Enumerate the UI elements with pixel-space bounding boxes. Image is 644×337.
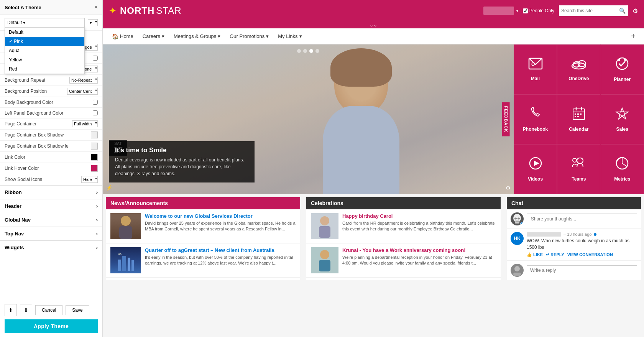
hero-tiles-section: SAT 17 It's time to Smile Dental coverag… — [103, 44, 644, 194]
download-button[interactable]: ⬇ — [20, 304, 32, 316]
news-item-2: 45 Quarter off to agGreat start – New cl… — [106, 243, 300, 278]
tile-planner[interactable]: Planner — [601, 44, 644, 94]
news-headline-2[interactable]: Quarter off to agGreat start – New clien… — [145, 247, 296, 253]
tile-planner-label: Planner — [614, 77, 631, 82]
apply-theme-button[interactable]: Apply Theme — [5, 319, 98, 333]
tile-metrics[interactable]: Metrics — [601, 144, 644, 194]
theme-panel: Select A Theme × Default ▾ Default ✓ Pin… — [0, 0, 103, 337]
tile-mail-label: Mail — [531, 76, 540, 81]
ribbon-section[interactable]: Ribbon › — [0, 185, 102, 199]
search-icon[interactable]: 🔍 — [619, 8, 626, 14]
nav-home[interactable]: 🏠 Home — [107, 28, 138, 44]
link-hover-color-label: Link Hover Color — [5, 166, 91, 171]
svg-text:O: O — [531, 62, 535, 67]
tile-calendar[interactable]: Calendar — [557, 94, 600, 144]
hero-controls[interactable]: ⚡ — [106, 185, 112, 191]
hero-dot-3[interactable] — [309, 49, 313, 53]
tile-onedrive[interactable]: OneDrive — [557, 44, 600, 94]
top-nav-section[interactable]: Top Nav › — [0, 227, 102, 240]
tile-sales[interactable]: Sales — [601, 94, 644, 144]
svg-rect-15 — [575, 116, 576, 117]
nav-links-arrow: ▾ — [299, 33, 302, 39]
nav-meetings-arrow: ▾ — [218, 33, 220, 39]
expand-bar: ⌄⌄ — [103, 21, 644, 28]
nav-careers-label: Careers — [143, 33, 160, 39]
nav-add-button[interactable]: + — [627, 32, 639, 41]
people-only-checkbox[interactable] — [523, 8, 528, 13]
tile-teams-label: Teams — [572, 176, 586, 182]
nav-meetings[interactable]: Meetings & Groups ▾ — [169, 28, 225, 44]
feedback-tab[interactable]: FEEDBACK — [502, 102, 509, 136]
nav-promotions[interactable]: Our Promotions ▾ — [225, 28, 273, 44]
bg-color-checkbox[interactable] — [93, 56, 98, 61]
chat-share-input[interactable] — [527, 214, 637, 224]
close-button[interactable]: × — [94, 4, 98, 11]
chat-msg-text-1: WOW. Who new turtles could weigh in as m… — [527, 238, 637, 251]
theme-option-yellow[interactable]: Yellow — [5, 55, 84, 64]
chat-reply-button[interactable]: ↵ REPLY — [546, 252, 564, 257]
tile-teams[interactable]: Teams — [557, 144, 600, 194]
nav-careers-arrow: ▾ — [162, 33, 164, 39]
svg-rect-25 — [118, 260, 121, 271]
top-bar: ✦ NORTH STAR ▾ People Only 🔍 ⚙ — [103, 0, 644, 21]
news-headline-1[interactable]: Welcome to our new Global Services Direc… — [145, 213, 296, 219]
nav-careers[interactable]: Careers ▾ — [138, 28, 169, 44]
body-bg-color-label: Body Background Color — [5, 100, 93, 105]
celebration-item-2: Krunal - You have a Work anniversary com… — [306, 243, 501, 278]
hero-settings[interactable]: ⚙ — [506, 185, 511, 191]
chat-title-bar: Chat — [507, 197, 641, 209]
news-title-bar: News/Announcements — [106, 197, 300, 209]
left-panel-bg-value — [93, 110, 98, 115]
user-chevron[interactable]: ▾ — [516, 9, 518, 13]
chat-reply-input[interactable] — [527, 265, 637, 275]
ribbon-label: Ribbon — [5, 189, 22, 195]
tile-videos[interactable]: Videos — [514, 144, 557, 194]
chat-msg-body-1: – 13 hours ago WOW. Who new turtles coul… — [527, 232, 637, 257]
hero-caption: It's time to Smile Dental coverage is no… — [109, 141, 255, 182]
global-nav-section[interactable]: Global Nav › — [0, 213, 102, 227]
chat-like-button[interactable]: 👍 LIKE — [527, 252, 543, 257]
celeb-thumb-2 — [311, 247, 338, 273]
bg-repeat-select[interactable]: No-Repeat — [69, 77, 98, 84]
page-container-select[interactable]: Full width — [72, 120, 98, 127]
bg-repeat-select-wrap: No-Repeat — [69, 77, 98, 84]
planner-icon — [615, 57, 629, 74]
link-hover-color-swatch[interactable] — [91, 165, 98, 172]
box-shadow-swatch[interactable] — [91, 132, 98, 138]
search-input[interactable] — [561, 8, 619, 13]
page-container-select-wrap: Full width — [72, 120, 98, 127]
save-button[interactable]: Save — [66, 305, 89, 315]
theme-dropdown-current[interactable]: Default ▾ — [5, 18, 85, 27]
hero-dot-2[interactable] — [303, 49, 307, 53]
body-bg-color-checkbox[interactable] — [93, 100, 98, 105]
second-theme-select[interactable]: ▾ — [88, 19, 98, 26]
tile-phonebook[interactable]: Phonebook — [514, 94, 557, 144]
nav-links[interactable]: My Links ▾ — [273, 28, 306, 44]
bg-position-select-wrap: Center Cent — [67, 88, 98, 95]
social-icons-select[interactable]: Hide — [81, 176, 98, 183]
widgets-section[interactable]: Widgets › — [0, 240, 102, 254]
svg-rect-31 — [319, 226, 330, 238]
upload-button[interactable]: ⬆ — [5, 304, 17, 316]
nav-promotions-arrow: ▾ — [266, 33, 269, 39]
theme-option-default[interactable]: Default — [5, 28, 84, 37]
celeb-headline-2[interactable]: Krunal - You have a Work anniversary com… — [342, 247, 496, 253]
gear-icon[interactable]: ⚙ — [632, 7, 638, 15]
theme-option-pink[interactable]: ✓ Pink — [5, 37, 84, 46]
link-color-swatch[interactable] — [91, 154, 98, 161]
hero-dot-4[interactable] — [315, 49, 319, 53]
left-panel-bg-checkbox[interactable] — [93, 110, 98, 115]
tile-mail[interactable]: O Mail — [514, 44, 557, 94]
expand-chevron[interactable]: ⌄⌄ — [370, 22, 377, 28]
celeb-headline-1[interactable]: Happy birthday Carol — [342, 213, 496, 219]
theme-option-red[interactable]: Red — [5, 64, 84, 74]
box-shadow-le-swatch[interactable] — [91, 143, 98, 150]
hero-dot-1[interactable] — [297, 49, 301, 53]
svg-point-39 — [514, 266, 520, 271]
theme-option-aqua[interactable]: Aqua — [5, 46, 84, 55]
body-bg-color-row: Body Background Color — [0, 97, 102, 108]
header-section[interactable]: Header › — [0, 199, 102, 213]
cancel-button[interactable]: Cancel — [35, 305, 62, 315]
bg-position-select[interactable]: Center Cent — [67, 88, 98, 95]
chat-view-conversation-button[interactable]: VIEW CONVERSATION — [567, 252, 613, 257]
